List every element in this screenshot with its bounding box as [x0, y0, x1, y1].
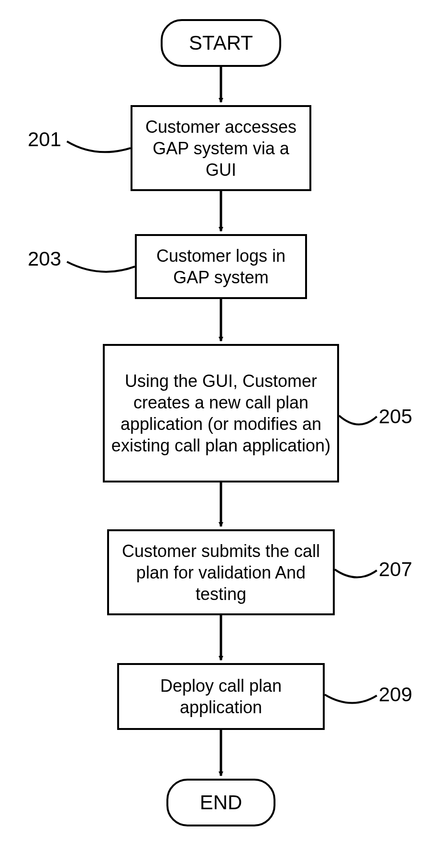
step-203-text: Customer logs in GAP system	[141, 245, 301, 288]
start-label: START	[189, 31, 253, 56]
ref-203: 203	[28, 247, 61, 270]
step-201: Customer accesses GAP system via a GUI	[131, 105, 311, 191]
step-207-text: Customer submits the call plan for valid…	[113, 540, 329, 605]
ref-205: 205	[379, 405, 412, 428]
step-207: Customer submits the call plan for valid…	[107, 529, 335, 615]
end-node: END	[166, 779, 275, 826]
ref-207: 207	[379, 558, 412, 581]
step-209: Deploy call plan application	[117, 663, 325, 730]
step-205: Using the GUI, Customer creates a new ca…	[103, 344, 339, 482]
ref-201: 201	[28, 128, 61, 151]
flowchart: START Customer accesses GAP system via a…	[0, 0, 439, 868]
ref-209: 209	[379, 683, 412, 706]
step-205-text: Using the GUI, Customer creates a new ca…	[109, 370, 333, 456]
step-209-text: Deploy call plan application	[123, 675, 319, 718]
step-201-text: Customer accesses GAP system via a GUI	[136, 116, 306, 181]
start-node: START	[161, 19, 281, 67]
step-203: Customer logs in GAP system	[135, 234, 307, 299]
end-label: END	[200, 790, 242, 815]
